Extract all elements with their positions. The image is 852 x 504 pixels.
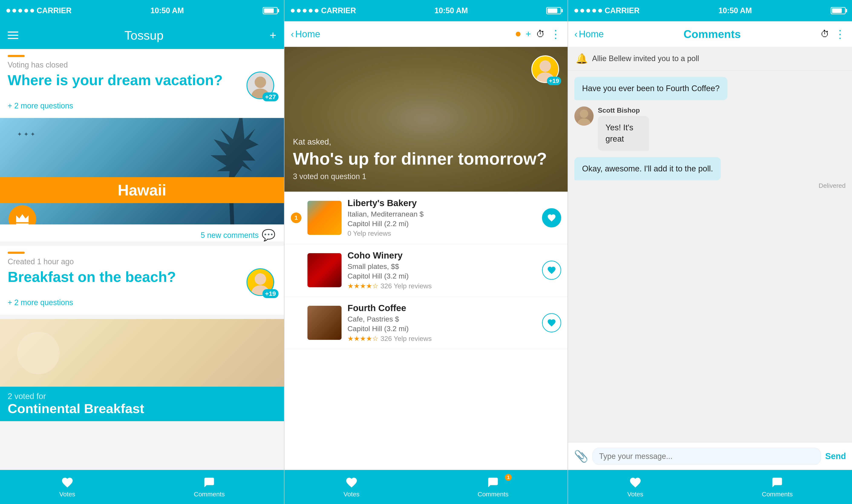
- message-1: Have you ever been to Fourth Coffee?: [574, 77, 846, 100]
- comments-label-1: Comments: [194, 491, 225, 498]
- bubble-sent: Okay, awesome. I'll add it to the poll.: [574, 157, 721, 180]
- chevron-left-icon-3: ‹: [574, 29, 578, 39]
- menu-button[interactable]: [8, 32, 18, 39]
- time-label: 10:50 AM: [150, 6, 184, 15]
- comments-label-3: Comments: [762, 491, 793, 498]
- back-button-2[interactable]: ‹ Home: [291, 29, 320, 39]
- rest-reviews-3: 326 Yelp reviews: [380, 335, 432, 343]
- app-title: Tossup: [124, 28, 164, 42]
- rest-image-2: [307, 253, 341, 287]
- bubble-received-2: Yes! It's great: [598, 116, 649, 150]
- signal-dots: [6, 9, 34, 13]
- poll-question-text[interactable]: Where is your dream vacation?: [8, 72, 247, 89]
- rest-image-1: [307, 201, 341, 235]
- attach-icon[interactable]: 📎: [574, 449, 588, 463]
- svg-point-0: [254, 77, 266, 88]
- more-icon[interactable]: ⋮: [550, 28, 561, 40]
- rest-location-2: Capitol Hill (3.2 mi): [348, 272, 536, 280]
- status-bar-2: CARRIER 10:50 AM: [284, 0, 568, 21]
- nav-votes-2[interactable]: Votes: [343, 476, 359, 498]
- hawaii-name: Hawaii: [118, 182, 166, 199]
- hero-title: Who's up for dinner tomorrow?: [293, 149, 559, 169]
- avatar-count-2: +19: [263, 289, 279, 298]
- sender-name: Scott Bishop: [598, 106, 662, 114]
- screen1: CARRIER 10:50 AM Tossup + Voting has clo…: [0, 0, 284, 504]
- screen2: CARRIER 10:50 AM ‹ Home + ⏱ ⋮ Kat asked,…: [284, 0, 568, 504]
- hero-vote: 3 voted on question 1: [293, 172, 559, 181]
- chat-avatar-scott: [574, 106, 593, 126]
- rest-reviews-2: 326 Yelp reviews: [380, 282, 432, 290]
- comments-text[interactable]: 5 new comments: [201, 231, 259, 240]
- restaurant-item-3[interactable]: Fourth Coffee Cafe, Pastries $ Capitol H…: [284, 296, 568, 349]
- rest-name-3: Fourth Coffee: [348, 303, 536, 313]
- chevron-left-icon: ‹: [291, 29, 294, 39]
- created-indicator: [8, 252, 25, 254]
- more-questions-2[interactable]: + 2 more questions: [8, 298, 276, 311]
- voted-overlay: 2 voted for Continental Breakfast: [0, 387, 284, 421]
- nav-votes-3[interactable]: Votes: [627, 476, 643, 498]
- rest-location-3: Capitol Hill (3.2 mi): [348, 324, 536, 333]
- poll-card-1: Voting has closed Where is your dream va…: [0, 49, 284, 241]
- heart-button-2[interactable]: [542, 260, 561, 280]
- rest-stars-2: ★★★★☆: [348, 282, 378, 290]
- svg-point-4: [539, 60, 551, 72]
- status-bar-3: CARRIER 10:50 AM: [568, 0, 852, 21]
- carrier-label-2: CARRIER: [321, 6, 356, 15]
- voted-card[interactable]: 2 voted for Continental Breakfast: [0, 319, 284, 421]
- nav-comments-1[interactable]: Comments: [194, 476, 225, 498]
- add-icon-2[interactable]: +: [526, 29, 531, 39]
- send-button[interactable]: Send: [825, 451, 846, 461]
- add-button[interactable]: +: [269, 29, 276, 42]
- battery-icon: [263, 7, 278, 14]
- heart-button-3[interactable]: [542, 313, 561, 332]
- message-input[interactable]: [592, 448, 821, 465]
- bubble-received-1: Have you ever been to Fourth Coffee?: [574, 77, 727, 100]
- rest-type-2: Small plates, $$: [348, 262, 536, 271]
- bell-icon: 🔔: [576, 53, 588, 64]
- timer-icon[interactable]: ⏱: [536, 29, 545, 39]
- poll-card-2: Created 1 hour ago Breakfast on the beac…: [0, 246, 284, 315]
- card-spacer: 5 new comments 💬: [0, 224, 284, 241]
- message-3: Okay, awesome. I'll add it to the poll. …: [574, 157, 846, 189]
- comments-label-2: Comments: [478, 491, 509, 498]
- nav-bar-2: ‹ Home + ⏱ ⋮: [284, 21, 568, 47]
- delivered-text: Delivered: [819, 182, 846, 189]
- restaurant-item-1[interactable]: 1 Liberty's Bakery Italian, Mediterranea…: [284, 192, 568, 244]
- notification-text: Allie Bellew invited you to a poll: [592, 54, 699, 63]
- hero-avatar: +19: [531, 55, 559, 83]
- nav-votes-1[interactable]: Votes: [59, 476, 75, 498]
- screen3: CARRIER 10:50 AM ‹ Home Comments ⏱ ⋮ 🔔 A…: [568, 0, 852, 504]
- rest-name-1: Liberty's Bakery: [348, 198, 536, 208]
- battery-icon-3: [831, 7, 846, 14]
- poll-question-2[interactable]: Breakfast on the beach?: [8, 268, 247, 286]
- restaurant-item-2[interactable]: Coho Winery Small plates, $$ Capitol Hil…: [284, 244, 568, 296]
- avatar-count: +27: [263, 92, 279, 101]
- bottom-nav-3: Votes Comments: [568, 470, 852, 504]
- timer-icon-3[interactable]: ⏱: [820, 29, 830, 39]
- notification-bar: 🔔 Allie Bellew invited you to a poll: [568, 47, 852, 71]
- nav-comments-3[interactable]: Comments: [762, 476, 793, 498]
- carrier-label: CARRIER: [37, 6, 72, 15]
- status-indicator: [8, 55, 25, 57]
- rest-reviews-1: 0 Yelp reviews: [348, 230, 536, 237]
- voted-for-text: 2 voted for: [8, 392, 276, 401]
- nav-comments-2[interactable]: 1 Comments: [478, 476, 509, 498]
- comments-title: Comments: [609, 28, 815, 40]
- chat-content: Have you ever been to Fourth Coffee? Sco…: [568, 71, 852, 442]
- content-1: Voting has closed Where is your dream va…: [0, 49, 284, 470]
- hawaii-image[interactable]: ✦ ✦ ✦ Hawaii: [0, 118, 284, 224]
- rest-image-3: [307, 306, 341, 340]
- nav-bar-1: Tossup +: [0, 21, 284, 49]
- votes-label-1: Votes: [59, 491, 75, 498]
- signal-dots-2: [291, 9, 319, 13]
- rest-type-3: Cafe, Pastries $: [348, 315, 536, 323]
- hero-sub: Kat asked,: [293, 137, 559, 146]
- time-label-3: 10:50 AM: [718, 6, 752, 15]
- more-icon-3[interactable]: ⋮: [835, 28, 846, 40]
- poll-avatar-2: +19: [247, 268, 276, 298]
- heart-button-1[interactable]: [542, 208, 561, 228]
- more-questions[interactable]: + 2 more questions: [8, 101, 276, 114]
- back-button-3[interactable]: ‹ Home: [574, 29, 604, 39]
- votes-label-3: Votes: [627, 491, 643, 498]
- hawaii-label: Hawaii: [0, 177, 284, 203]
